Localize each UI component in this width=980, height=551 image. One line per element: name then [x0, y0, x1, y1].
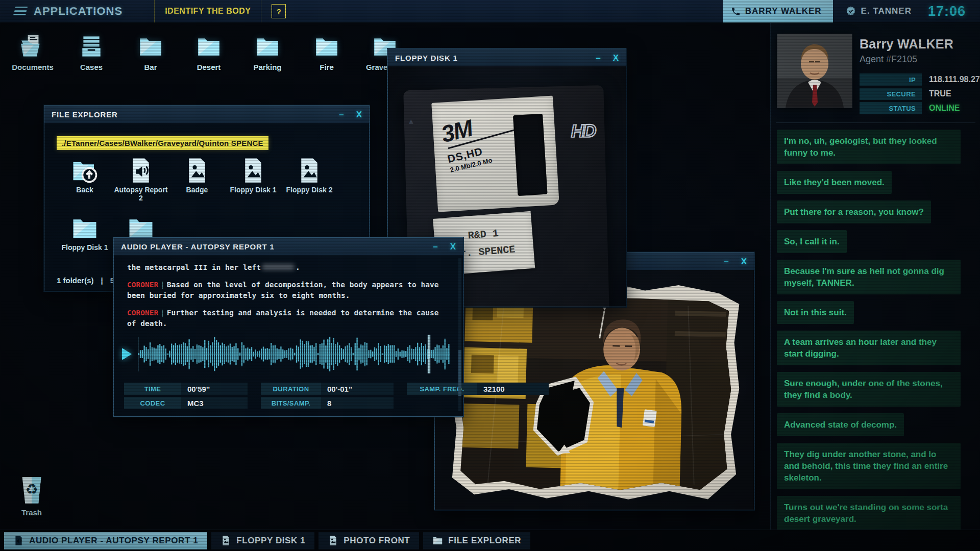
info-row: IP 118.111.98.27 — [860, 73, 980, 86]
minimize-button[interactable]: – — [724, 257, 728, 266]
taskbar-item-label: AUDIO PLAYER - AUTOPSY REPORT 1 — [29, 536, 198, 546]
audio-player-titlebar[interactable]: AUDIO PLAYER - AUTOPSY REPORT 1 – X — [114, 238, 463, 256]
file-item-label: Floppy Disk 1 — [61, 243, 108, 252]
speaker-label: CORONER — [127, 281, 158, 289]
folder-icon — [77, 34, 106, 59]
taskbar-item[interactable]: FILE EXPLORER — [423, 532, 530, 549]
desktop-icon[interactable]: Bar — [126, 34, 175, 71]
taskbar-item-icon — [432, 535, 443, 546]
transcript-scrollbar[interactable] — [458, 258, 461, 411]
transcript-text: the metacarpal III in her left — [127, 263, 261, 271]
desktop-icon[interactable]: Cases — [67, 34, 116, 71]
disk-brand-label: 3M DS,HD 2.0 Mb/2.0 Mo — [431, 95, 559, 212]
trash-label: Trash — [21, 508, 42, 517]
redacted-word — [262, 264, 294, 270]
folder-icon — [253, 34, 282, 59]
file-item[interactable]: Back — [57, 157, 113, 202]
transcript-line: CORONER|Based on the level of decomposit… — [127, 280, 439, 301]
file-icon — [71, 157, 99, 184]
minimize-button[interactable]: – — [433, 242, 437, 251]
info-value: 118.111.98.27 — [924, 73, 980, 86]
file-item-label: Autopsy Report 2 — [113, 186, 168, 202]
audio-fields-row: TIME 00'59'' DURATION 00'-01" SAMP. FREQ… — [124, 383, 549, 395]
folder-icon — [136, 34, 165, 59]
chat-message: Not in this suit. — [777, 301, 854, 324]
file-explorer-titlebar[interactable]: FILE EXPLORER – X — [44, 106, 369, 123]
close-button[interactable]: X — [356, 110, 362, 119]
file-grid-row: Back Autopsy Report 2 Badge Floppy Disk … — [57, 157, 337, 202]
field-label: CODEC — [124, 397, 181, 409]
field-value: 00'59'' — [181, 383, 248, 395]
audio-waveform[interactable] — [138, 335, 450, 373]
taskbar-item[interactable]: PHOTO FRONT — [318, 532, 419, 549]
taskbar-item-label: PHOTO FRONT — [344, 536, 410, 546]
field-label: BITS/SAMP. — [261, 397, 321, 409]
taskbar-item-icon — [220, 535, 231, 546]
desktop-icon-label: Bar — [144, 63, 157, 71]
chat-message: I'm no, uh, geologist, but they looked f… — [777, 130, 961, 164]
caller-info-table: IP 118.111.98.27 SECURE TRUE STATUS ONLI… — [860, 73, 980, 114]
close-button[interactable]: X — [613, 54, 619, 62]
taskbar-item[interactable]: FLOPPY DISK 1 — [211, 532, 314, 549]
audio-field: TIME 00'59'' — [124, 383, 248, 395]
audio-field: BITS/SAMP. 8 — [261, 397, 394, 409]
agent-tab-label: E. TANNER — [861, 6, 912, 16]
hd-logo: HD — [571, 120, 596, 142]
minimize-button[interactable]: – — [339, 110, 344, 119]
file-item-label: Badge — [186, 186, 208, 194]
applications-menu-icon[interactable] — [13, 7, 29, 16]
chat-message: Put there for a reason, you know? — [777, 201, 931, 223]
minimize-button[interactable]: – — [596, 54, 600, 62]
caller-tab-label: BARRY WALKER — [745, 6, 822, 16]
info-label: SECURE — [860, 88, 922, 100]
taskbar-item[interactable]: AUDIO PLAYER - AUTOPSY REPORT 1 — [4, 532, 207, 549]
audio-field: CODEC MC3 — [124, 397, 248, 409]
field-value: 8 — [321, 397, 394, 409]
desktop-icon-label: Documents — [12, 63, 54, 71]
agent-tab-e-tanner[interactable]: E. TANNER — [833, 6, 924, 17]
info-value: TRUE — [924, 88, 980, 100]
desktop-icon[interactable]: Desert — [184, 34, 233, 71]
file-item[interactable]: Floppy Disk 2 — [281, 157, 337, 202]
chat-message: Sure enough, under one of the stones, th… — [777, 372, 961, 407]
file-item[interactable]: Floppy Disk 1 — [57, 214, 113, 252]
desktop-icon-label: Fire — [320, 63, 334, 71]
desktop-icon-label: Desert — [197, 63, 221, 71]
file-item[interactable]: Floppy Disk 1 — [225, 157, 281, 202]
folder-icon — [71, 214, 99, 242]
file-item[interactable]: Badge — [169, 157, 225, 202]
folder-icon — [18, 34, 47, 59]
audio-player-window: AUDIO PLAYER - AUTOPSY REPORT 1 – X the … — [113, 237, 463, 417]
play-button[interactable] — [122, 348, 132, 360]
info-row: SECURE TRUE — [860, 88, 980, 100]
transcript-text: Further testing and analysis is needed t… — [127, 309, 438, 328]
chat-message: They dig under another stone, and lo and… — [777, 443, 961, 489]
status-divider: | — [101, 276, 103, 285]
floppy-disk-titlebar[interactable]: FLOPPY DISK 1 – X — [388, 49, 626, 67]
transcript-line: the metacarpal III in her left. — [127, 262, 439, 273]
help-button[interactable]: ? — [272, 4, 286, 18]
chat-message: Advanced state of decomp. — [777, 413, 904, 436]
desktop-icon[interactable]: Fire — [302, 34, 351, 71]
field-label: TIME — [124, 383, 181, 395]
audio-field: DURATION 00'-01" — [261, 383, 394, 395]
caller-tab-barry-walker[interactable]: BARRY WALKER — [723, 0, 833, 22]
phone-icon — [731, 7, 741, 16]
desktop-icon[interactable]: Documents — [8, 34, 57, 71]
breadcrumb-path: ./ETanner/Cases/BWalker/Graveyard/Quinto… — [57, 136, 268, 150]
chat-log[interactable]: I'm no, uh, geologist, but they looked f… — [777, 130, 973, 544]
close-button[interactable]: X — [450, 242, 456, 251]
disk-insert-arrow: ▲ — [407, 117, 415, 126]
speaker-label: CORONER — [127, 309, 158, 317]
file-icon — [296, 157, 323, 184]
trash-bin[interactable]: Trash — [7, 474, 56, 517]
disk-label-line1: R&D 1 — [468, 225, 499, 245]
window-title: AUDIO PLAYER - AUTOPSY REPORT 1 — [121, 242, 275, 251]
file-item[interactable]: Autopsy Report 2 — [113, 157, 169, 202]
applications-menu[interactable]: APPLICATIONS — [34, 5, 122, 18]
system-clock: 17:06 — [928, 4, 966, 19]
desktop-icon[interactable]: Parking — [243, 34, 292, 71]
taskbar-item-icon — [328, 535, 338, 546]
close-button[interactable]: X — [741, 257, 747, 266]
top-menu-bar: APPLICATIONS IDENTIFY THE BODY ? BARRY W… — [0, 0, 980, 23]
